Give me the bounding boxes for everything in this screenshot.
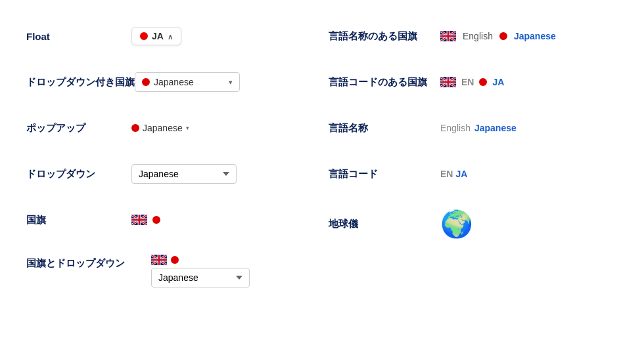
ja-lang-code[interactable]: JA xyxy=(455,169,467,179)
dropdown-flag-label: ドロップダウン付き国旗 xyxy=(26,76,135,89)
globe-icon: 🌍 xyxy=(440,209,473,240)
en-code[interactable]: EN xyxy=(461,77,474,87)
flags-only-label: 国旗 xyxy=(26,214,131,226)
simple-dropdown-label: ドロップダウン xyxy=(26,168,131,180)
float-button[interactable]: JA xyxy=(131,27,181,45)
float-row: Float JA xyxy=(26,13,315,59)
japanese-lang-name[interactable]: Japanese xyxy=(474,123,517,133)
japan-dot-icon[interactable] xyxy=(499,32,507,40)
globe-row: 地球儀 🌍 xyxy=(329,197,618,251)
japanese-name[interactable]: Japanese xyxy=(514,31,556,41)
flag-row xyxy=(151,255,250,265)
en-lang-code[interactable]: EN xyxy=(440,169,453,179)
lang-names-label: 言語名称 xyxy=(329,122,440,135)
english-name[interactable]: English xyxy=(463,31,493,41)
flags-with-names-row: 言語名称のある国旗 English Japanese xyxy=(329,13,618,59)
dropdown-flag-selector[interactable]: Japanese ▾ xyxy=(135,72,240,92)
uk-flag-icon[interactable] xyxy=(131,215,147,225)
flags-with-codes-row: 言語コードのある国旗 EN JA xyxy=(329,59,618,105)
japan-dot-icon xyxy=(142,78,150,86)
ja-code[interactable]: JA xyxy=(492,77,504,87)
japan-dot-icon[interactable] xyxy=(152,216,160,224)
english-lang-name[interactable]: English xyxy=(440,123,471,133)
flag-dropdown-label: 国旗とドロップダウン xyxy=(26,255,151,270)
flags-with-names-label: 言語名称のある国旗 xyxy=(329,30,440,43)
lang-names-row: 言語名称 English Japanese xyxy=(329,105,618,151)
flag-dropdown-row: 国旗とドロップダウン Japanese English xyxy=(26,243,315,299)
uk-flag-icon[interactable] xyxy=(440,77,456,87)
flag-dropdown-wrap: Japanese English xyxy=(151,255,250,287)
simple-dropdown-select[interactable]: Japanese English xyxy=(131,164,237,184)
flag-dropdown-select[interactable]: Japanese English xyxy=(151,268,250,287)
popup-value: Japanese xyxy=(143,123,183,133)
chevron-down-icon: ▾ xyxy=(229,78,233,87)
popup-row: ポップアップ Japanese ▾ xyxy=(26,105,315,151)
popup-label: ポップアップ xyxy=(26,122,131,135)
globe-label: 地球儀 xyxy=(329,218,440,230)
japan-dot-icon[interactable] xyxy=(171,256,179,264)
japan-dot-icon xyxy=(131,124,139,132)
uk-flag-icon[interactable] xyxy=(440,31,456,41)
popup-trigger[interactable]: Japanese ▾ xyxy=(131,123,189,133)
dropdown-flag-value: Japanese xyxy=(154,77,225,87)
triangle-icon: ▾ xyxy=(186,125,189,131)
flags-only-row: 国旗 xyxy=(26,197,315,243)
lang-codes-row: 言語コード EN JA xyxy=(329,151,618,197)
flags-with-codes-label: 言語コードのある国旗 xyxy=(329,76,440,89)
lang-codes-label: 言語コード xyxy=(329,168,440,180)
japan-dot-icon xyxy=(140,32,148,40)
simple-dropdown-row: ドロップダウン Japanese English xyxy=(26,151,315,197)
dropdown-flag-row: ドロップダウン付き国旗 Japanese ▾ xyxy=(26,59,315,105)
chevron-up-icon xyxy=(168,31,173,41)
float-label: Float xyxy=(26,31,131,42)
japan-dot-icon[interactable] xyxy=(479,78,487,86)
float-code: JA xyxy=(152,31,164,41)
uk-flag-icon[interactable] xyxy=(151,255,167,265)
